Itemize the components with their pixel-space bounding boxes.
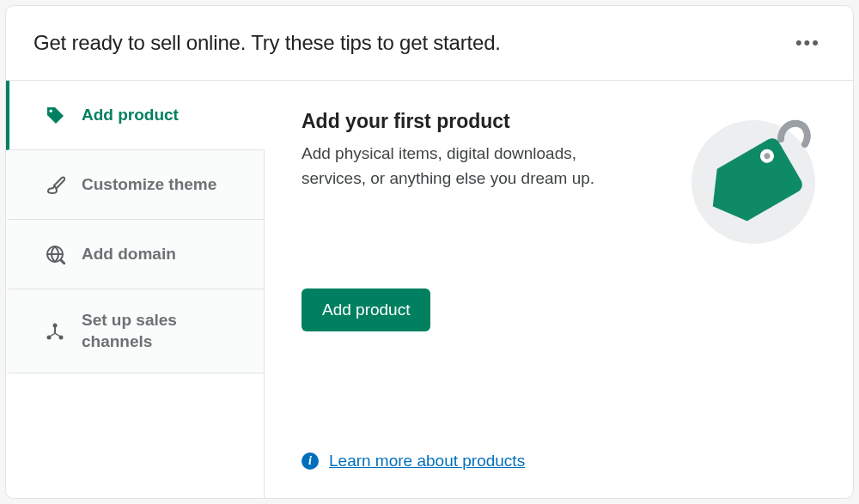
add-product-button[interactable]: Add product xyxy=(302,288,430,331)
sidebar-item-label: Customize theme xyxy=(82,175,216,194)
main-copy: Add your first product Add physical item… xyxy=(302,110,664,191)
spacer xyxy=(302,331,822,452)
globe-icon xyxy=(44,244,66,264)
main-description: Add physical items, digital downloads, s… xyxy=(302,142,645,191)
main-title: Add your first product xyxy=(302,110,664,133)
onboarding-card: Get ready to sell online. Try these tips… xyxy=(5,5,854,499)
svg-point-0 xyxy=(50,110,52,112)
sidebar-item-label: Add product xyxy=(82,106,179,124)
info-icon: i xyxy=(302,452,319,470)
more-actions-button[interactable]: ••• xyxy=(790,28,825,58)
main-top-row: Add your first product Add physical item… xyxy=(302,110,822,247)
svg-line-2 xyxy=(61,260,64,264)
sidebar-item-sales-channels[interactable]: Set up sales channels xyxy=(6,289,265,373)
card-header: Get ready to sell online. Try these tips… xyxy=(6,6,853,81)
svg-point-3 xyxy=(53,323,58,327)
card-title: Get ready to sell online. Try these tips… xyxy=(34,31,501,55)
tag-icon xyxy=(44,105,66,125)
sidebar-item-label: Set up sales channels xyxy=(82,310,233,352)
sidebar-item-add-product[interactable]: Add product xyxy=(6,81,265,150)
brush-icon xyxy=(44,174,66,195)
channels-icon xyxy=(44,321,66,342)
product-tag-illustration xyxy=(685,110,822,247)
card-body: Add product Customize theme xyxy=(6,81,853,498)
sidebar-item-customize-theme[interactable]: Customize theme xyxy=(6,150,265,220)
cta-row: Add product xyxy=(302,288,822,331)
onboarding-main: Add your first product Add physical item… xyxy=(265,81,853,498)
onboarding-sidebar: Add product Customize theme xyxy=(6,81,265,498)
sidebar-item-label: Add domain xyxy=(82,245,176,264)
sidebar-item-add-domain[interactable]: Add domain xyxy=(6,220,265,289)
learn-more-row: i Learn more about products xyxy=(302,452,822,477)
learn-more-link[interactable]: Learn more about products xyxy=(329,452,525,471)
sidebar-spacer xyxy=(6,373,265,498)
